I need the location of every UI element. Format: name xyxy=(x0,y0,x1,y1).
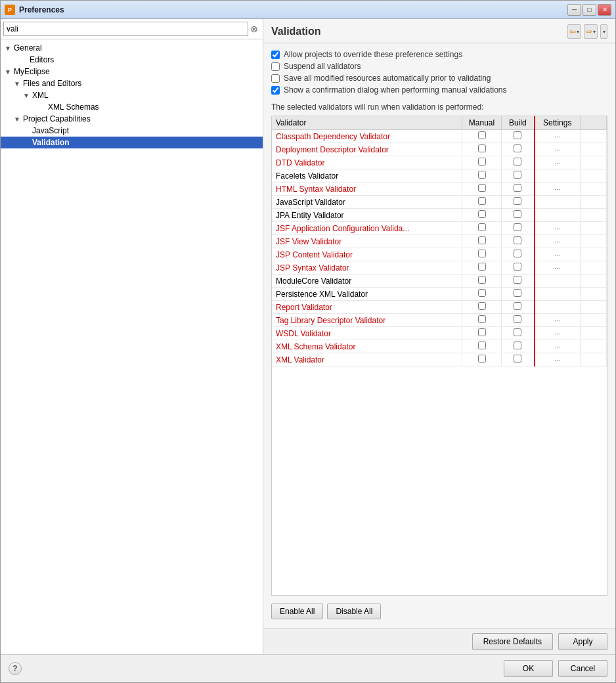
manual-checkbox[interactable] xyxy=(478,289,486,297)
build-checkbox[interactable] xyxy=(514,250,521,257)
settings-button[interactable]: ··· xyxy=(554,160,561,167)
build-checkbox[interactable] xyxy=(514,328,521,336)
settings-button[interactable]: ··· xyxy=(554,252,561,259)
manual-checkbox[interactable] xyxy=(478,144,486,152)
nav-forward-button[interactable]: ⇨ ▾ xyxy=(584,24,598,39)
manual-checkbox[interactable] xyxy=(478,355,486,363)
validator-name: JSP Syntax Validator xyxy=(272,261,462,275)
build-checkbox[interactable] xyxy=(514,315,521,323)
manual-checkbox[interactable] xyxy=(478,171,486,179)
tree-label-editors: Editors xyxy=(28,55,54,64)
validator-extra xyxy=(581,156,607,169)
enable-all-button[interactable]: Enable All xyxy=(271,604,323,619)
validator-manual xyxy=(462,288,502,301)
manual-checkbox[interactable] xyxy=(478,315,486,323)
manual-checkbox[interactable] xyxy=(478,210,486,218)
cancel-button[interactable]: Cancel xyxy=(558,660,607,677)
apply-button[interactable]: Apply xyxy=(558,633,607,650)
maximize-button[interactable]: □ xyxy=(583,4,596,16)
settings-button[interactable]: ··· xyxy=(554,146,561,154)
build-checkbox[interactable] xyxy=(514,144,521,152)
build-checkbox[interactable] xyxy=(514,236,521,244)
build-checkbox[interactable] xyxy=(514,184,521,192)
manual-checkbox[interactable] xyxy=(478,263,486,271)
label-save-modified: Save all modified resources automaticall… xyxy=(284,74,491,83)
nav-menu-button[interactable]: ▾ xyxy=(600,24,607,39)
manual-checkbox[interactable] xyxy=(478,158,486,165)
validator-extra xyxy=(581,275,607,288)
validator-manual xyxy=(462,353,502,366)
build-checkbox[interactable] xyxy=(514,197,521,205)
manual-checkbox[interactable] xyxy=(478,250,486,257)
search-clear-button[interactable]: ⊗ xyxy=(248,23,260,35)
manual-checkbox[interactable] xyxy=(478,302,486,310)
checkbox-allow-override[interactable] xyxy=(271,51,280,59)
tree-label-general: General xyxy=(12,43,42,53)
build-checkbox[interactable] xyxy=(514,276,521,284)
restore-defaults-button[interactable]: Restore Defaults xyxy=(472,633,553,650)
dialog-footer: ? OK Cancel xyxy=(1,654,615,682)
tree-label-xml: XML xyxy=(31,91,49,100)
build-checkbox[interactable] xyxy=(514,263,521,271)
settings-button[interactable]: ··· xyxy=(554,225,561,232)
checkbox-save-modified[interactable] xyxy=(271,74,280,83)
manual-checkbox[interactable] xyxy=(478,236,486,244)
validator-name: Tag Library Descriptor Validator xyxy=(272,314,462,327)
validator-name: ModuleCore Validator xyxy=(272,275,462,288)
manual-checkbox[interactable] xyxy=(478,223,486,231)
checkbox-show-confirmation[interactable] xyxy=(271,86,280,95)
tree-item-editors[interactable]: Editors xyxy=(1,54,263,66)
manual-checkbox[interactable] xyxy=(478,131,486,139)
validator-build xyxy=(502,222,535,235)
tree-item-myeclipse[interactable]: ▼ MyEclipse xyxy=(1,66,263,77)
ok-button[interactable]: OK xyxy=(504,660,553,677)
build-checkbox[interactable] xyxy=(514,289,521,297)
validator-manual xyxy=(462,248,502,261)
tree-item-project-capabilities[interactable]: ▼ Project Capabilities xyxy=(1,113,263,125)
settings-button[interactable]: ··· xyxy=(554,265,561,272)
settings-button[interactable]: ··· xyxy=(554,133,561,141)
build-checkbox[interactable] xyxy=(514,302,521,310)
validator-build xyxy=(502,288,535,301)
settings-button[interactable]: ··· xyxy=(554,357,561,364)
manual-checkbox[interactable] xyxy=(478,276,486,284)
validator-name: JavaScript Validator xyxy=(272,196,462,209)
settings-button[interactable]: ··· xyxy=(554,186,561,193)
manual-checkbox[interactable] xyxy=(478,184,486,192)
build-checkbox[interactable] xyxy=(514,355,521,363)
validator-extra xyxy=(581,183,607,196)
manual-checkbox[interactable] xyxy=(478,197,486,205)
validator-settings: ··· xyxy=(535,156,581,169)
tree-item-javascript[interactable]: JavaScript xyxy=(1,125,263,137)
validator-manual xyxy=(462,314,502,327)
settings-button[interactable]: ··· xyxy=(554,238,561,246)
build-checkbox[interactable] xyxy=(514,171,521,179)
disable-all-button[interactable]: Disable All xyxy=(327,604,381,619)
close-button[interactable]: ✕ xyxy=(598,4,611,16)
help-button[interactable]: ? xyxy=(9,662,22,675)
validator-manual xyxy=(462,275,502,288)
tree-item-xml[interactable]: ▼ XML xyxy=(1,89,263,101)
forward-arrow-icon: ⇨ xyxy=(586,27,592,36)
settings-button[interactable]: ··· xyxy=(554,343,561,351)
tree-item-general[interactable]: ▼ General xyxy=(1,42,263,54)
settings-button[interactable]: ··· xyxy=(554,317,561,324)
validator-build xyxy=(502,143,535,156)
tree-item-files-editors[interactable]: ▼ Files and Editors xyxy=(1,77,263,89)
settings-button[interactable]: ··· xyxy=(554,330,561,338)
build-checkbox[interactable] xyxy=(514,223,521,231)
window-icon: P xyxy=(5,5,15,15)
tree-item-validation[interactable]: Validation xyxy=(1,137,263,148)
manual-checkbox[interactable] xyxy=(478,342,486,349)
validator-name: Classpath Dependency Validator xyxy=(272,130,462,143)
build-checkbox[interactable] xyxy=(514,342,521,349)
manual-checkbox[interactable] xyxy=(478,328,486,336)
minimize-button[interactable]: ─ xyxy=(567,4,581,16)
search-input[interactable] xyxy=(3,22,248,36)
checkbox-suspend-all[interactable] xyxy=(271,62,280,71)
build-checkbox[interactable] xyxy=(514,158,521,165)
build-checkbox[interactable] xyxy=(514,210,521,218)
tree-item-xml-schemas[interactable]: XML Schemas xyxy=(1,101,263,113)
build-checkbox[interactable] xyxy=(514,131,521,139)
nav-back-button[interactable]: ⇦ ▾ xyxy=(567,24,581,39)
